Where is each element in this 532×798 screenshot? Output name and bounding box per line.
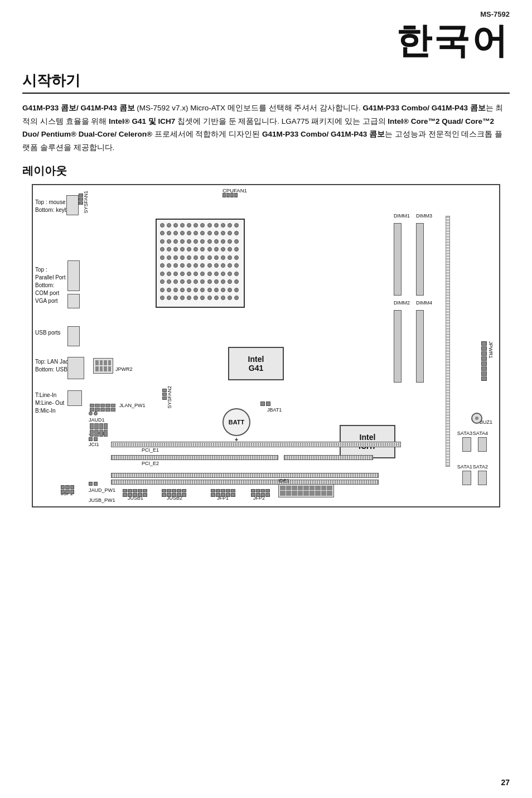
sysfan1-connector — [79, 194, 83, 205]
intro-paragraph: G41M-P33 콤보/ G41M-P43 콤보 (MS-7592 v7.x) … — [22, 101, 510, 154]
intro-text4: 프로세서에 적합하게 디자인된 — [152, 130, 262, 138]
jsp1-pins — [61, 485, 74, 494]
sata3-port — [462, 437, 471, 452]
intro-text3: 칩셋에 기반을 둔 제품입니다. LGA775 패키지에 있는 고급의 — [175, 117, 388, 125]
dimm-left-area: DIMM1 DIMM2 — [394, 213, 410, 383]
sata4-label: SATA4 — [473, 431, 488, 436]
sata4-port — [478, 437, 487, 452]
parallel-label: Top : Parallel Port Bottom: COM port VGA… — [35, 266, 65, 305]
sysfan2-connector — [162, 389, 167, 400]
dimm3-slot — [416, 223, 424, 296]
pcie1-slot — [111, 442, 401, 447]
jaud-pw1-pins — [89, 482, 98, 486]
page-number: 27 — [501, 778, 510, 787]
jci1-pins — [89, 437, 98, 441]
pcie2-slot — [111, 455, 278, 460]
buz1-component — [471, 413, 482, 424]
pci1-slot2 — [111, 480, 379, 485]
jpwr1-connector — [481, 341, 487, 381]
jpwr2-connector — [93, 358, 113, 374]
jpwr1-label: JPWR1 — [488, 341, 494, 359]
model-id: MS-7592 — [480, 10, 510, 18]
right-connector-strip — [446, 216, 450, 467]
usb-connectors — [67, 326, 80, 346]
page-title: 한국어 — [22, 17, 510, 65]
lan-usb-jack — [67, 357, 84, 379]
sata3-label: SATA3 — [457, 431, 472, 436]
dimm-right-area: DIMM3 DIMM4 — [416, 213, 432, 383]
sata2-port — [478, 471, 487, 485]
jfp1-pins — [210, 489, 236, 497]
dimm3-label: DIMM3 — [416, 213, 432, 219]
layout-section-title: 레이아웃 — [22, 163, 510, 178]
dimm4-label: DIMM4 — [416, 300, 432, 306]
audio-label: T:Line-In M:Line- Out B:Mic-In — [35, 391, 64, 415]
sysfan1-label: SYSFAN1 — [83, 191, 89, 214]
pcie1-label: PCI_E1 — [142, 447, 159, 453]
jlan-pw1-label: JLAN_PW1 — [119, 403, 146, 408]
jusb1-pins — [122, 489, 148, 497]
battery-area: BATT + — [223, 408, 250, 443]
dimm2-label: DIMM2 — [394, 300, 410, 306]
sysfan2-label: SYSFAN2 — [167, 386, 172, 409]
pcie2-label: PCI_E2 — [142, 461, 159, 466]
com-connector — [67, 294, 80, 308]
usb-ports-label: USB ports — [35, 329, 61, 337]
pcie2-slot-ext — [284, 455, 373, 460]
dimm2-slot — [394, 310, 402, 383]
bold-chipset: Intel® G41 및 ICH7 — [109, 117, 175, 125]
cpufan1-connector — [223, 193, 238, 197]
audio-jacks — [67, 390, 82, 406]
board-diagram: Top : mouse Bottom: keyboard SYSFAN1 CPU… — [32, 184, 500, 507]
section-getting-started: 시작하기 — [22, 71, 510, 94]
jci1-label: JCI1 — [89, 442, 99, 447]
sata1-label: SATA1 — [457, 464, 472, 470]
jusb2-pins — [161, 489, 187, 497]
bold-model2: G41M-P33 Combo/ G41M-P43 콤보 — [363, 104, 486, 112]
jpwr2-label: JPWR2 — [115, 366, 133, 372]
cpu-socket: // Inline script to generate cpu socket … — [156, 219, 245, 308]
jusb-pw1-label: JUSB_PW1 — [89, 497, 115, 503]
bold-model1: G41M-P33 콤보/ G41M-P43 콤보 — [22, 104, 135, 112]
jaud1-pins — [89, 412, 98, 415]
intel-g41-chip: Intel G41 — [228, 347, 284, 380]
bold-model3: G41M-P33 Combo/ G41M-P43 콤보 — [262, 130, 385, 138]
parallel-connector — [67, 260, 80, 291]
ps2-connectors — [66, 195, 79, 215]
jbat1-pins — [260, 402, 270, 406]
ide1-pins — [278, 484, 334, 497]
batt-label: BATT — [229, 419, 245, 425]
jfp2-pins — [250, 489, 270, 497]
dimm4-slot — [416, 310, 424, 383]
jtpm1-pins — [89, 422, 109, 438]
intro-text1: (MS-7592 v7.x) Micro-ATX 메인보드를 선택해 주셔서 감… — [135, 104, 363, 112]
pci1-slot — [111, 473, 379, 478]
ide1-label: IDE1 — [278, 478, 289, 483]
sata2-label: SATA2 — [473, 464, 488, 470]
dimm1-label: DIMM1 — [394, 213, 410, 219]
jbat1-label: JBAT1 — [267, 407, 282, 413]
jaud-pw1-label: JAUD_PW1 — [89, 487, 115, 493]
sata1-port — [462, 471, 471, 485]
dimm1-slot — [394, 223, 402, 296]
